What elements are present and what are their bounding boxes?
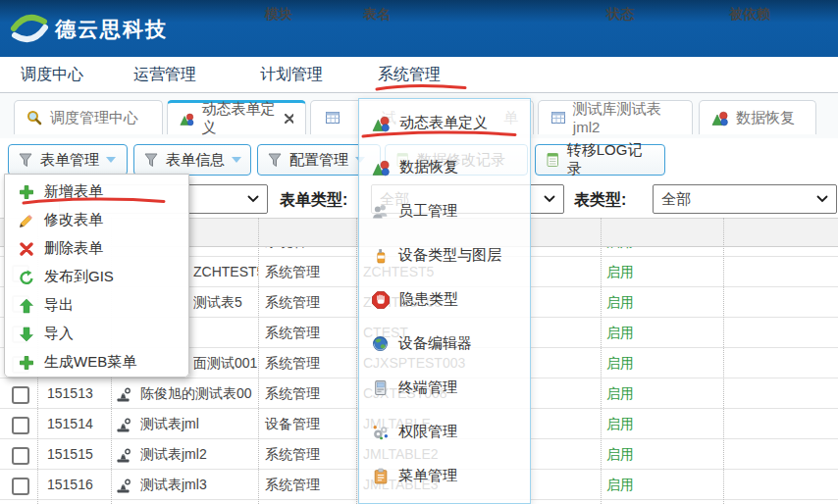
menu-item-hazard-type[interactable]: 隐患类型 <box>359 277 530 322</box>
tab-data-recovery[interactable]: 数据恢复 <box>699 100 816 134</box>
column-header-status: 状态 <box>606 6 634 24</box>
arrow-up-icon <box>19 298 34 314</box>
table-type-label: 表类型: <box>574 190 626 211</box>
menu-item-label: 导出 <box>44 296 74 315</box>
cell-name: 测试表5 <box>193 294 242 312</box>
menu-item-delete-form[interactable]: 删除表单 <box>5 234 188 263</box>
nav-item-system[interactable]: 系统管理 <box>378 65 441 85</box>
row-checkbox[interactable] <box>12 386 29 404</box>
menu-item-label: 权限管理 <box>398 423 457 441</box>
menu-item-label: 菜单管理 <box>398 467 457 485</box>
cell-status: 启用 <box>606 385 634 403</box>
cell-status: 启用 <box>606 416 634 433</box>
close-icon[interactable] <box>285 114 293 124</box>
globe-icon <box>372 335 389 352</box>
cell-id: 151515 <box>47 446 93 462</box>
column-divider <box>601 218 602 504</box>
cell-module: 系统管理 <box>265 385 320 403</box>
cell-module: 系统管理 <box>265 325 320 342</box>
funnel-icon <box>18 152 33 168</box>
nav-item-plan[interactable]: 计划管理 <box>260 65 323 85</box>
cell-module: 系统管理 <box>265 355 320 373</box>
red-underline-add-form <box>22 196 167 206</box>
nav-item-dispatch[interactable]: 调度中心 <box>21 65 83 85</box>
company-logo-icon <box>10 11 49 46</box>
tab-dispatch-center[interactable]: 调度管理中心 <box>14 100 163 134</box>
red-underline-dynamic-form <box>361 129 518 139</box>
menu-item-import[interactable]: 导入 <box>5 320 188 348</box>
table-type-select[interactable]: 全部 <box>653 184 837 214</box>
cell-status: 启用 <box>606 355 634 373</box>
arrow-down-icon <box>19 327 34 342</box>
publish-refresh-icon <box>19 270 34 285</box>
menu-item-generate-web-menu[interactable]: 生成WEB菜单 <box>5 348 188 377</box>
column-header-depended: 被依赖 <box>729 6 770 24</box>
cell-module: 系统管理 <box>265 477 320 494</box>
tab-dynamic-form-definition[interactable]: 动态表单定义 <box>167 100 306 134</box>
row-checkbox[interactable] <box>12 417 29 434</box>
cell-module: 系统管理 <box>265 264 320 281</box>
menu-item-data-recovery[interactable]: 数据恢复 <box>359 145 530 189</box>
tab-label: 动态表单定义 <box>202 100 278 137</box>
chevron-down-icon <box>544 195 555 203</box>
row-checkbox[interactable] <box>12 478 29 495</box>
menu-item-label: 终端管理 <box>398 378 457 397</box>
row-checkbox[interactable] <box>12 447 29 465</box>
menu-item-terminal-manage[interactable]: 终端管理 <box>359 366 530 410</box>
form-manage-button[interactable]: 表单管理 <box>8 144 128 176</box>
column-divider <box>723 218 724 504</box>
cell-status: 启用 <box>606 294 634 312</box>
menu-item-modify-form[interactable]: 修改表单 <box>5 206 188 234</box>
nav-item-operation[interactable]: 运营管理 <box>133 65 196 85</box>
menu-item-publish-gis[interactable]: 发布到GIS <box>5 263 188 291</box>
menu-item-export[interactable]: 导出 <box>5 291 188 320</box>
cell-module: 系统管理 <box>265 446 320 464</box>
form-stamp-icon <box>115 479 131 494</box>
pencil-icon <box>19 213 34 228</box>
button-label: 配置管理 <box>289 151 348 170</box>
red-underline-system-nav <box>374 83 468 93</box>
menu-item-permission-manage[interactable]: 权限管理 <box>359 410 530 454</box>
form-type-label: 表单类型: <box>280 190 347 211</box>
app-header: 德云思科技 <box>0 0 838 57</box>
funnel-icon <box>267 152 283 168</box>
stop-hand-icon <box>372 291 390 309</box>
menu-item-label: 生成WEB菜单 <box>44 353 136 372</box>
terminal-icon <box>372 379 389 396</box>
column-header-table-name: 表名 <box>363 6 391 24</box>
column-divider <box>356 218 357 504</box>
table-icon <box>325 110 340 126</box>
cell-name: 测试表jml <box>140 416 199 433</box>
form-info-button[interactable]: 表单信息 <box>133 144 251 176</box>
menu-item-device-editor[interactable]: 设备编辑器 <box>359 322 530 366</box>
cell-status: 启用 <box>606 264 634 281</box>
cell-status: 启用 <box>606 446 634 464</box>
menu-item-label: 员工管理 <box>398 202 457 221</box>
tab-testdb-table-jml2[interactable]: 测试库测试表jml2 <box>538 100 693 134</box>
tab-label: 调度管理中心 <box>50 109 138 127</box>
system-manage-menu: 动态表单定义 数据恢复 员工管理 设备类型与图层 隐患类型 设备编辑器 终端管理 <box>358 98 531 504</box>
spray-can-icon <box>372 247 389 264</box>
gears-icon <box>372 424 389 440</box>
magnifier-icon <box>26 110 42 126</box>
menu-item-label: 设备编辑器 <box>398 334 472 353</box>
menu-item-label: 隐患类型 <box>399 290 458 309</box>
menu-item-label: 设备类型与图层 <box>398 246 501 265</box>
menu-item-label: 删除表单 <box>44 239 103 258</box>
menu-item-employee-manage[interactable]: 员工管理 <box>359 189 530 233</box>
button-label: 表单管理 <box>40 151 99 170</box>
modules-icon <box>711 110 728 126</box>
brand-title: 德云思科技 <box>55 16 168 43</box>
cell-id: 151514 <box>47 416 93 431</box>
transfer-log-button[interactable]: 转移LOG记录 <box>535 144 665 176</box>
menu-item-device-type-layer[interactable]: 设备类型与图层 <box>359 233 530 277</box>
menu-item-label: 数据恢复 <box>399 158 458 176</box>
funnel-icon <box>143 152 159 168</box>
cell-id: 151516 <box>47 477 93 492</box>
menu-item-menu-manage[interactable]: 菜单管理 <box>359 454 530 498</box>
plus-icon <box>19 355 34 371</box>
cell-id: 151513 <box>47 385 93 401</box>
chevron-down-icon <box>816 195 828 203</box>
table-icon <box>550 110 565 126</box>
app-window: 德云思科技 调度中心 运营管理 计划管理 系统管理 调度管理中心 动态表单定义 … <box>0 0 838 504</box>
